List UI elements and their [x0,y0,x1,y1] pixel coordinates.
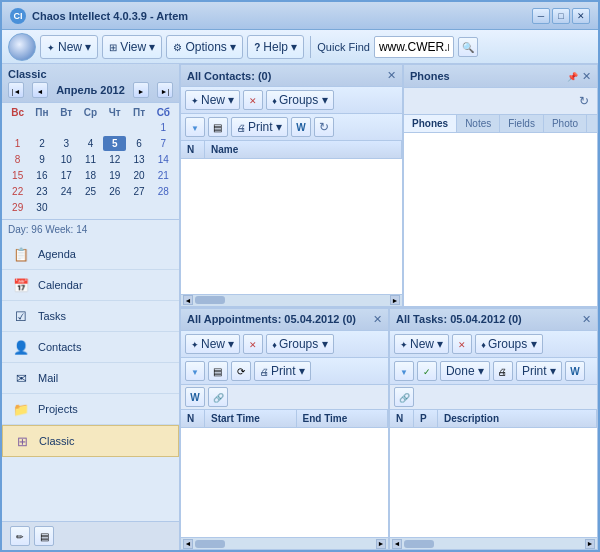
tasks-close-button[interactable]: ✕ [582,313,591,326]
cal-day-12[interactable]: 12 [103,152,126,167]
cal-day-24[interactable]: 24 [55,184,78,199]
cal-day-21[interactable]: 21 [152,168,175,183]
contacts-groups-button[interactable]: Groups ▾ [266,90,333,110]
appointments-view-button[interactable] [208,361,228,381]
cal-day-29[interactable]: 29 [6,200,29,215]
settings-button[interactable] [34,526,54,546]
tasks-print-icon[interactable] [493,361,513,381]
cal-day-25[interactable]: 25 [79,184,102,199]
edit-button[interactable] [10,526,30,546]
scroll-left[interactable]: ◄ [392,539,402,549]
maximize-button[interactable]: □ [552,8,570,24]
phones-tab-phones[interactable]: Phones [404,115,457,132]
tasks-link-button[interactable] [394,387,414,407]
phones-tab-notes[interactable]: Notes [457,115,500,132]
appointments-delete-button[interactable] [243,334,263,354]
cal-day-13[interactable]: 13 [127,152,150,167]
search-button[interactable] [458,37,478,57]
cal-day-5-today[interactable]: 5 [103,136,126,151]
cal-day-20[interactable]: 20 [127,168,150,183]
sidebar-item-classic[interactable]: Classic [2,425,179,457]
sidebar-item-projects[interactable]: Projects [2,394,179,425]
phones-close-button[interactable]: ✕ [582,70,591,83]
cal-day-9[interactable]: 9 [30,152,53,167]
cal-day-4[interactable]: 4 [79,136,102,151]
appointments-scrollbar[interactable]: ◄ ► [181,537,388,549]
cal-day-14[interactable]: 14 [152,152,175,167]
sidebar-item-tasks[interactable]: Tasks [2,301,179,332]
close-button[interactable]: ✕ [572,8,590,24]
scroll-left[interactable]: ◄ [183,295,193,305]
tasks-filter-button[interactable] [394,361,414,381]
cal-day-1[interactable]: 1 [152,120,175,135]
appointments-groups-button[interactable]: Groups ▾ [266,334,333,354]
cal-day-28[interactable]: 28 [152,184,175,199]
contacts-print-button[interactable]: Print ▾ [231,117,288,137]
scroll-right[interactable]: ► [390,295,400,305]
cal-day-23[interactable]: 23 [30,184,53,199]
scroll-right[interactable]: ► [376,539,386,549]
tasks-new-button[interactable]: New ▾ [394,334,449,354]
cal-day-27[interactable]: 27 [127,184,150,199]
phones-tab-photo[interactable]: Photo [544,115,587,132]
cal-day-22[interactable]: 22 [6,184,29,199]
cal-day-15[interactable]: 15 [6,168,29,183]
new-button[interactable]: New ▾ [40,35,98,59]
tasks-delete-button[interactable] [452,334,472,354]
sidebar-item-calendar[interactable]: Calendar [2,270,179,301]
scroll-left[interactable]: ◄ [183,539,193,549]
calendar-first-button[interactable] [8,82,24,98]
scroll-right[interactable]: ► [585,539,595,549]
tasks-scrollbar[interactable]: ◄ ► [390,537,597,549]
cal-day-16[interactable]: 16 [30,168,53,183]
cal-day-26[interactable]: 26 [103,184,126,199]
tasks-done-check[interactable] [417,361,437,381]
tasks-word-button[interactable] [565,361,585,381]
contacts-view-button[interactable] [208,117,228,137]
cal-day-11[interactable]: 11 [79,152,102,167]
contacts-new-button[interactable]: New ▾ [185,90,240,110]
contacts-close-button[interactable]: ✕ [387,69,396,82]
calendar-next-button[interactable] [133,82,149,98]
scroll-thumb[interactable] [195,540,225,548]
calendar-prev-button[interactable] [32,82,48,98]
cal-day-19[interactable]: 19 [103,168,126,183]
cal-day-10[interactable]: 10 [55,152,78,167]
appointments-print-button[interactable]: Print ▾ [254,361,311,381]
appointments-new-button[interactable]: New ▾ [185,334,240,354]
cal-day-17[interactable]: 17 [55,168,78,183]
cal-day-6[interactable]: 6 [127,136,150,151]
cal-day-30[interactable]: 30 [30,200,53,215]
contacts-filter-button[interactable] [185,117,205,137]
pin-button[interactable] [567,69,578,83]
cal-day-7[interactable]: 7 [152,136,175,151]
tasks-print-button[interactable]: Print ▾ [516,361,562,381]
cal-day-1s[interactable]: 1 [6,136,29,151]
contacts-delete-button[interactable] [243,90,263,110]
contacts-refresh-button[interactable] [314,117,334,137]
tasks-done-button[interactable]: Done ▾ [440,361,490,381]
sidebar-item-mail[interactable]: Mail [2,363,179,394]
cal-day-18[interactable]: 18 [79,168,102,183]
appointments-link-button[interactable] [208,387,228,407]
phones-tab-fields[interactable]: Fields [500,115,544,132]
calendar-last-button[interactable] [157,82,173,98]
view-button[interactable]: View ▾ [102,35,162,59]
cal-day-8[interactable]: 8 [6,152,29,167]
options-button[interactable]: Options ▾ [166,35,243,59]
appointments-word-button[interactable] [185,387,205,407]
minimize-button[interactable]: ─ [532,8,550,24]
sidebar-item-contacts[interactable]: Contacts [2,332,179,363]
quick-find-input[interactable] [374,36,454,58]
contacts-word-button[interactable] [291,117,311,137]
cal-day-3[interactable]: 3 [55,136,78,151]
scroll-thumb[interactable] [195,296,225,304]
sidebar-item-agenda[interactable]: Agenda [2,239,179,270]
phones-refresh-button[interactable] [575,92,593,110]
appointments-sync-button[interactable] [231,361,251,381]
tasks-groups-button[interactable]: Groups ▾ [475,334,542,354]
help-button[interactable]: Help ▾ [247,35,304,59]
scroll-thumb[interactable] [404,540,434,548]
appointments-close-button[interactable]: ✕ [373,313,382,326]
contacts-scrollbar[interactable]: ◄ ► [181,294,402,306]
